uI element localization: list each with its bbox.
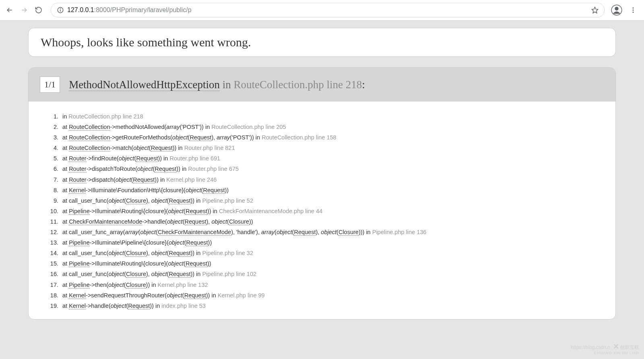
trace-class-ref[interactable]: Request <box>203 187 225 194</box>
trace-class-ref[interactable]: Request <box>155 166 176 172</box>
trace-class-ref[interactable]: Request <box>190 134 211 141</box>
trace-class-ref[interactable]: Request <box>169 271 190 278</box>
trace-line: at call_user_func(object(Closure), objec… <box>60 195 599 206</box>
trace-location[interactable]: RouteCollection.php line 158 <box>262 134 336 141</box>
trace-location[interactable]: Kernel.php line 99 <box>218 292 265 299</box>
svg-point-7 <box>633 10 634 11</box>
trace-class-ref[interactable]: Closure <box>126 282 146 288</box>
exception-header: 1/1 MethodNotAllowedHttpException in Rou… <box>29 68 615 102</box>
exception-counter: 1/1 <box>40 77 60 93</box>
trace-class-ref[interactable]: Closure <box>126 197 146 204</box>
trace-class-ref[interactable]: Closure <box>126 271 146 278</box>
trace-class-ref[interactable]: RouteCollection <box>69 124 110 131</box>
exception-title: MethodNotAllowedHttpException in RouteCo… <box>69 79 365 91</box>
reload-button[interactable] <box>33 4 44 16</box>
trace-location[interactable]: Kernel.php line 132 <box>158 282 208 288</box>
profile-avatar-icon[interactable] <box>611 4 622 16</box>
trace-class-ref[interactable]: Closure <box>339 229 359 236</box>
trace-list: in RouteCollection.php line 218at RouteC… <box>45 111 599 311</box>
trace-class-ref[interactable]: Kernel <box>69 187 86 194</box>
trace-class-ref[interactable]: Kernel <box>69 303 86 309</box>
exception-container: 1/1 MethodNotAllowedHttpException in Rou… <box>28 67 616 320</box>
exception-location[interactable]: RouteCollection.php line 218 <box>234 79 362 91</box>
trace-line: at Pipeline->Illuminate\Routing\{closure… <box>60 206 599 216</box>
trace-location[interactable]: RouteCollection.php line 218 <box>68 113 143 120</box>
trace-class-ref[interactable]: Pipeline <box>69 208 90 215</box>
site-info-icon[interactable] <box>57 6 64 14</box>
trace-class-ref[interactable]: Request <box>133 176 155 183</box>
trace-line: at RouteCollection->match(object(Request… <box>60 143 599 153</box>
trace-line: at call_user_func(object(Closure), objec… <box>60 269 599 279</box>
svg-point-6 <box>633 7 634 8</box>
watermark: https://blog.csdn.n ✕ 创新互联CHUANG XIN HU … <box>571 342 639 355</box>
svg-point-8 <box>633 12 634 13</box>
reload-icon <box>35 6 43 14</box>
trace-class-ref[interactable]: Router <box>69 176 87 183</box>
browser-right-controls <box>611 4 640 16</box>
trace-class-ref[interactable]: Request <box>184 292 206 299</box>
menu-icon[interactable] <box>630 6 637 14</box>
url-text: 127.0.0.1:8000/PHPprimary/laravel/public… <box>67 6 192 14</box>
trace-location[interactable]: Pipeline.php line 136 <box>372 229 427 235</box>
trace-location[interactable]: Kernel.php line 246 <box>166 176 217 183</box>
trace-class-ref[interactable]: CheckForMaintenanceMode <box>69 218 142 225</box>
trace-line: at Kernel->sendRequestThroughRouter(obje… <box>60 290 599 301</box>
trace-class-ref[interactable]: Request <box>151 145 173 151</box>
page-body: Whoops, looks like something went wrong.… <box>0 21 644 332</box>
stack-trace: in RouteCollection.php line 218at RouteC… <box>29 102 615 319</box>
trace-class-ref[interactable]: Closure <box>126 250 146 257</box>
trace-location[interactable]: Router.php line 821 <box>184 145 235 151</box>
trace-class-ref[interactable]: Closure <box>229 218 249 225</box>
trace-class-ref[interactable]: CheckForMaintenanceMode <box>158 229 231 236</box>
exception-class[interactable]: MethodNotAllowedHttpException <box>69 79 220 91</box>
trace-location[interactable]: Router.php line 675 <box>188 166 239 172</box>
trace-location[interactable]: Pipeline.php line 52 <box>202 197 253 204</box>
trace-class-ref[interactable]: Request <box>128 303 150 309</box>
svg-point-2 <box>60 8 61 9</box>
trace-line: at Pipeline->Illuminate\Routing\{closure… <box>60 258 599 269</box>
whoops-banner: Whoops, looks like something went wrong. <box>28 28 616 57</box>
trace-class-ref[interactable]: Kernel <box>69 292 86 299</box>
trace-class-ref[interactable]: Request <box>294 229 316 236</box>
trace-line: at RouteCollection->getRouteForMethods(o… <box>60 132 599 143</box>
trace-class-ref[interactable]: Router <box>69 166 87 172</box>
trace-line: at Kernel->Illuminate\Foundation\Http\{c… <box>60 185 599 195</box>
trace-line: at Pipeline->then(object(Closure)) in Ke… <box>60 280 599 290</box>
trace-class-ref[interactable]: Router <box>69 155 87 162</box>
trace-location[interactable]: RouteCollection.php line 205 <box>211 124 286 130</box>
trace-line: at call_user_func_array(array(object(Che… <box>60 227 599 237</box>
trace-class-ref[interactable]: Request <box>169 250 190 257</box>
trace-location[interactable]: Router.php line 691 <box>169 155 220 162</box>
trace-class-ref[interactable]: Pipeline <box>69 282 90 288</box>
arrow-left-icon <box>6 6 14 14</box>
trace-line: at Pipeline->Illuminate\Pipeline\{closur… <box>60 237 599 248</box>
trace-class-ref[interactable]: Request <box>186 239 208 246</box>
trace-class-ref[interactable]: Request <box>169 197 190 204</box>
trace-class-ref[interactable]: Pipeline <box>69 239 90 246</box>
trace-class-ref[interactable]: Request <box>186 260 207 267</box>
trace-location[interactable]: index.php line 53 <box>161 303 206 309</box>
trace-class-ref[interactable]: Request <box>186 208 207 215</box>
trace-location[interactable]: Pipeline.php line 32 <box>202 250 253 256</box>
trace-class-ref[interactable]: RouteCollection <box>69 145 110 151</box>
arrow-right-icon <box>20 6 28 14</box>
forward-button[interactable] <box>19 4 30 16</box>
whoops-title: Whoops, looks like something went wrong. <box>41 35 603 49</box>
trace-line: at Kernel->handle(object(Request)) in in… <box>60 301 599 311</box>
trace-line: at Router->findRoute(object(Request)) in… <box>60 153 599 164</box>
browser-toolbar: 127.0.0.1:8000/PHPprimary/laravel/public… <box>0 0 644 21</box>
back-button[interactable] <box>4 4 15 16</box>
bookmark-icon[interactable] <box>591 6 599 14</box>
trace-class-ref[interactable]: RouteCollection <box>69 134 110 141</box>
trace-class-ref[interactable]: Request <box>185 218 206 225</box>
trace-line: at CheckForMaintenanceMode->handle(objec… <box>60 216 599 227</box>
trace-location[interactable]: Pipeline.php line 102 <box>202 271 256 277</box>
svg-point-5 <box>615 7 618 10</box>
trace-line: at Router->dispatch(object(Request)) in … <box>60 174 599 185</box>
trace-location[interactable]: CheckForMaintenanceMode.php line 44 <box>219 208 322 214</box>
trace-class-ref[interactable]: Pipeline <box>69 260 90 267</box>
trace-class-ref[interactable]: Request <box>136 155 158 162</box>
trace-line: at Router->dispatchToRoute(object(Reques… <box>60 164 599 174</box>
address-bar[interactable]: 127.0.0.1:8000/PHPprimary/laravel/public… <box>51 3 605 17</box>
trace-line: in RouteCollection.php line 218 <box>60 111 599 122</box>
